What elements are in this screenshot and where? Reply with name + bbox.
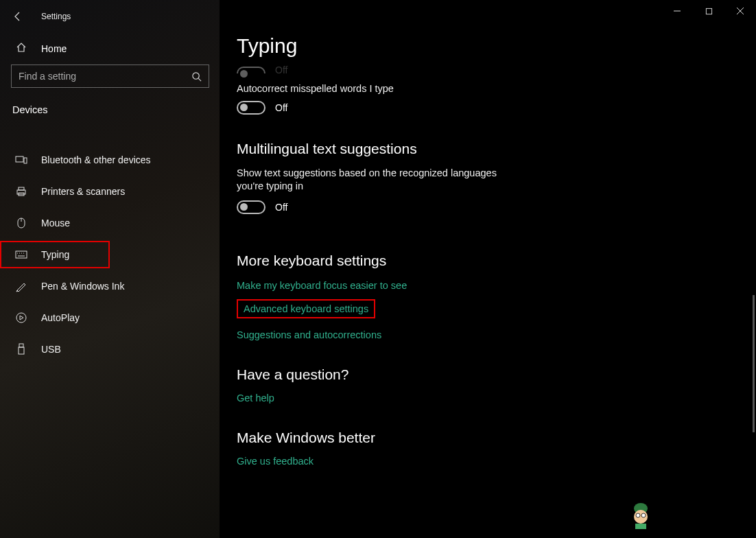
svg-rect-16 [635, 524, 646, 529]
svg-rect-10 [19, 347, 24, 354]
svg-point-13 [634, 510, 648, 524]
page-title: Typing [237, 34, 741, 58]
mouse-icon [15, 217, 27, 229]
sidebar-item-label: Mouse [41, 218, 70, 229]
partial-toggle-row: Off [237, 65, 741, 75]
autoplay-icon [15, 312, 27, 324]
scrollbar[interactable] [753, 295, 755, 432]
svg-point-14 [636, 513, 640, 517]
svg-rect-11 [706, 8, 711, 14]
pen-icon [15, 280, 27, 292]
titlebar-left: Settings [0, 5, 220, 27]
link-suggestions-autocorrect[interactable]: Suggestions and autocorrections [237, 329, 741, 340]
sidebar-item-label: Bluetooth & other devices [41, 154, 151, 165]
toggle-state: Off [275, 102, 287, 113]
search-icon [191, 71, 202, 82]
section-feedback-title: Make Windows better [237, 430, 741, 446]
content-area: Typing Off Autocorrect misspelled words … [220, 0, 756, 538]
category-header: Devices [0, 99, 220, 125]
link-get-help[interactable]: Get help [237, 393, 741, 404]
toggle-multilingual: Off [237, 200, 741, 214]
section-multilingual-title: Multilingual text suggestions [237, 141, 741, 157]
svg-rect-2 [24, 158, 27, 163]
svg-point-15 [641, 513, 646, 517]
link-feedback[interactable]: Give us feedback [237, 456, 741, 467]
section-more-title: More keyboard settings [237, 253, 741, 269]
section-question-title: Have a question? [237, 366, 741, 383]
sidebar-item-bluetooth[interactable]: Bluetooth & other devices [0, 144, 220, 176]
nav-list: Bluetooth & other devices Printers & sca… [0, 125, 220, 365]
avatar [628, 500, 653, 529]
maximize-icon [705, 8, 713, 15]
home-label: Home [41, 43, 67, 54]
toggle-state: Off [275, 65, 287, 75]
sidebar-item-typing[interactable]: Typing [0, 241, 110, 268]
search-input[interactable] [19, 71, 183, 82]
svg-point-8 [16, 313, 26, 323]
arrow-left-icon [12, 11, 23, 22]
svg-rect-7 [16, 251, 27, 258]
sidebar: Settings Home Devices Bluetooth & other … [0, 0, 220, 538]
svg-rect-1 [16, 156, 23, 162]
home-icon [15, 41, 27, 56]
toggle-switch[interactable] [237, 67, 265, 73]
link-keyboard-focus[interactable]: Make my keyboard focus easier to see [237, 280, 741, 291]
page: Typing Off Autocorrect misspelled words … [220, 0, 741, 467]
toggle-state: Off [275, 202, 287, 213]
sidebar-item-label: AutoPlay [41, 312, 80, 323]
search-box[interactable] [11, 65, 209, 88]
minimize-button[interactable] [661, 0, 693, 22]
devices-icon [15, 154, 27, 166]
sidebar-item-autoplay[interactable]: AutoPlay [0, 302, 220, 334]
svg-point-0 [193, 72, 199, 78]
toggle-switch[interactable] [237, 200, 265, 214]
minimize-icon [673, 7, 681, 15]
toggle-autocorrect: Off [237, 101, 741, 115]
printer-icon [15, 185, 27, 198]
link-advanced-keyboard[interactable]: Advanced keyboard settings [237, 299, 375, 318]
close-icon [736, 7, 744, 15]
sidebar-home[interactable]: Home [0, 27, 220, 65]
sidebar-item-label: Typing [41, 249, 69, 260]
sidebar-item-label: Pen & Windows Ink [41, 281, 124, 292]
keyboard-icon [15, 248, 27, 261]
sidebar-item-mouse[interactable]: Mouse [0, 207, 220, 239]
close-button[interactable] [724, 0, 756, 22]
back-button[interactable] [11, 10, 25, 23]
svg-rect-4 [19, 187, 24, 190]
toggle-switch[interactable] [237, 101, 265, 115]
app-title: Settings [41, 12, 71, 21]
usb-icon [15, 343, 27, 355]
setting-autocorrect-label: Autocorrect misspelled words I type [237, 82, 741, 95]
sidebar-item-pen[interactable]: Pen & Windows Ink [0, 270, 220, 302]
window-controls [661, 0, 756, 23]
maximize-button[interactable] [693, 0, 724, 22]
sidebar-item-label: Printers & scanners [41, 186, 125, 197]
section-multilingual-desc: Show text suggestions based on the recog… [237, 167, 525, 194]
sidebar-item-printers[interactable]: Printers & scanners [0, 176, 220, 207]
sidebar-item-usb[interactable]: USB [0, 334, 220, 365]
sidebar-item-label: USB [41, 344, 61, 355]
svg-rect-9 [19, 344, 23, 347]
